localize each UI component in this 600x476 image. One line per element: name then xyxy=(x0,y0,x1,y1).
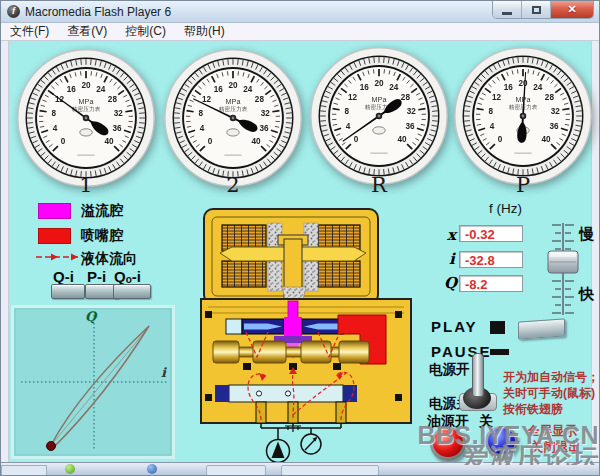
svg-text:28: 28 xyxy=(545,93,555,102)
pressure-gauge-1: 0481216202428323640MPa精密压力表 xyxy=(14,46,158,190)
svg-text:精密压力表: 精密压力表 xyxy=(72,105,101,113)
svg-text:28: 28 xyxy=(255,95,265,104)
slider-slow-label: 慢 xyxy=(579,225,594,244)
gauge-dial: 0481216202428323640MPa精密压力表 xyxy=(14,46,158,190)
svg-text:精密压力表: 精密压力表 xyxy=(219,105,248,113)
port-t xyxy=(288,402,298,423)
readout-x-label: x xyxy=(447,226,456,244)
close-button[interactable]: ✕ xyxy=(551,1,593,18)
taskbar-start-area[interactable] xyxy=(1,465,47,476)
gauge-label-r: R xyxy=(307,173,451,197)
svg-text:20: 20 xyxy=(228,81,238,90)
menubar: 文件(F) 查看(V) 控制(C) 帮助(H) xyxy=(1,23,599,41)
maximize-icon xyxy=(532,6,541,14)
frequency-label: f (Hz) xyxy=(489,201,522,216)
toggle-lever[interactable] xyxy=(472,353,484,397)
tank-icon xyxy=(285,426,301,432)
play-label[interactable]: PLAY xyxy=(431,318,478,335)
window-border-left xyxy=(1,41,9,465)
svg-text:36: 36 xyxy=(112,124,122,133)
svg-text:0: 0 xyxy=(354,135,359,144)
svg-text:40: 40 xyxy=(398,135,408,144)
svg-text:36: 36 xyxy=(405,122,415,131)
svg-text:12: 12 xyxy=(348,93,358,102)
readout-x-value: -0.32 xyxy=(459,225,523,242)
nozzle-chamber-swatch xyxy=(38,228,71,244)
svg-text:20: 20 xyxy=(518,79,528,88)
svg-text:32: 32 xyxy=(407,107,417,116)
flash-player-window: f Macromedia Flash Player 6 ✕ 文件(F) 查看(V… xyxy=(0,0,600,476)
coil-bottom-right xyxy=(316,261,360,287)
svg-text:24: 24 xyxy=(533,83,543,92)
readout-i-label: i xyxy=(449,250,455,268)
svg-text:24: 24 xyxy=(243,85,253,94)
svg-text:8: 8 xyxy=(198,109,203,118)
svg-text:MPa: MPa xyxy=(372,95,387,104)
y-axis-label: Q xyxy=(85,309,98,324)
end-seal-left xyxy=(215,385,229,402)
svg-text:16: 16 xyxy=(504,83,514,92)
gauge-label-1: 1 xyxy=(14,173,158,197)
svg-text:28: 28 xyxy=(108,95,118,104)
svg-text:40: 40 xyxy=(542,135,552,144)
nozzle-left xyxy=(242,319,284,334)
menu-file[interactable]: 文件(F) xyxy=(10,23,49,40)
maximize-button[interactable] xyxy=(522,1,551,18)
torque-motor xyxy=(204,209,378,305)
svg-text:32: 32 xyxy=(551,107,561,116)
stage: 0481216202428323640MPa精密压力表 048121620242… xyxy=(1,41,600,465)
menu-control[interactable]: 控制(C) xyxy=(125,23,166,40)
power-note-2: 关时可手动(鼠标) xyxy=(503,385,595,402)
slider-fast-label: 快 xyxy=(579,285,594,304)
svg-text:0: 0 xyxy=(208,137,213,146)
svg-text:16: 16 xyxy=(360,83,370,92)
svg-text:36: 36 xyxy=(259,124,269,133)
svg-text:32: 32 xyxy=(261,109,271,118)
pressure-gauge-r: 0481216202428323640MPa精密压力表 xyxy=(307,44,451,188)
menu-help[interactable]: 帮助(H) xyxy=(184,23,225,40)
flow-direction-label: 液体流向 xyxy=(81,250,137,268)
svg-text:4: 4 xyxy=(346,122,351,131)
readout-q-label: Q xyxy=(444,274,457,292)
spill-chamber-label: 溢流腔 xyxy=(81,202,123,220)
power-note-3: 按衔铁翅膀 xyxy=(503,401,563,418)
nozzle-chamber-label: 喷嘴腔 xyxy=(81,227,123,245)
menu-view[interactable]: 查看(V) xyxy=(67,23,107,40)
minimize-button[interactable] xyxy=(493,1,522,18)
curve-button-qi[interactable] xyxy=(51,284,85,299)
taskbar-window-button[interactable] xyxy=(281,465,379,476)
power-toggle[interactable] xyxy=(455,351,499,413)
svg-text:40: 40 xyxy=(252,137,262,146)
svg-text:24: 24 xyxy=(389,83,399,92)
play-icon[interactable] xyxy=(490,321,505,334)
tab-label-pi: P-i xyxy=(87,268,106,285)
svg-text:24: 24 xyxy=(96,85,106,94)
svg-text:MPa: MPa xyxy=(79,97,94,106)
gauge-label-p: P xyxy=(451,173,595,197)
svg-text:12: 12 xyxy=(492,93,502,102)
svg-text:20: 20 xyxy=(81,81,91,90)
frequency-slider[interactable] xyxy=(546,221,580,321)
svg-text:40: 40 xyxy=(105,137,115,146)
svg-text:12: 12 xyxy=(202,95,212,104)
gauge-dial: 0481216202428323640MPa精密压力表 xyxy=(451,44,595,188)
svg-text:8: 8 xyxy=(488,107,493,116)
svg-text:8: 8 xyxy=(51,109,56,118)
flow-arrow-icon xyxy=(34,252,80,262)
close-icon: ✕ xyxy=(567,3,576,16)
curve-button-qoi[interactable] xyxy=(113,284,151,299)
power-note-1: 开为加自动信号； xyxy=(503,369,599,386)
taskbar-icon[interactable] xyxy=(147,464,157,474)
minimize-icon xyxy=(502,12,512,15)
operating-point xyxy=(47,442,56,451)
svg-text:8: 8 xyxy=(344,107,349,116)
watermark-line2: 爱液压论坛 xyxy=(462,445,600,465)
taskbar-window-button[interactable] xyxy=(206,465,266,476)
pressure-gauge-2: 0481216202428323640MPa精密压力表 xyxy=(161,46,305,190)
taskbar-icon[interactable] xyxy=(65,464,75,474)
play-3d-button[interactable] xyxy=(518,318,565,339)
slider-thumb[interactable] xyxy=(548,251,578,273)
svg-text:0: 0 xyxy=(61,137,66,146)
svg-text:20: 20 xyxy=(374,79,384,88)
servo-valve-diagram xyxy=(196,201,421,465)
